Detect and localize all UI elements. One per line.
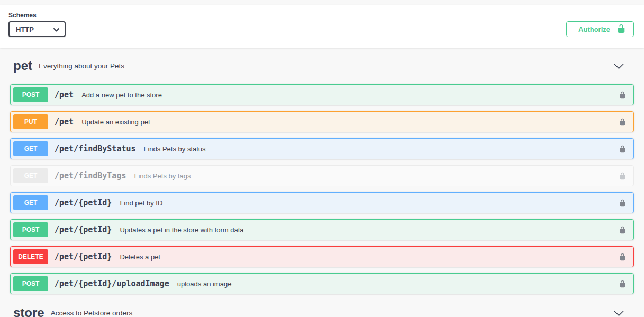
section-header[interactable]: store Access to Petstore orders [10, 300, 634, 317]
section-header[interactable]: pet Everything about your Pets [10, 53, 634, 78]
auth-lock-button[interactable] [619, 90, 627, 99]
schemes-label: Schemes [8, 12, 66, 19]
operation-path: /pet/findByStatus [55, 144, 136, 153]
opblock-tag-section: store Access to Petstore orders [10, 300, 634, 317]
schemes-selected-value: HTTP [16, 25, 34, 33]
operation-description: Updates a pet in the store with form dat… [120, 226, 243, 234]
method-badge: GET [13, 168, 48, 183]
operation-path: /pet/{petId} [55, 198, 112, 207]
unlock-icon [619, 120, 627, 128]
auth-lock-button[interactable] [619, 225, 627, 234]
method-badge: PUT [13, 114, 48, 129]
chevron-down-icon [613, 312, 624, 317]
method-badge: POST [13, 276, 48, 291]
unlock-icon [619, 282, 627, 290]
authorize-button-label: Authorize [578, 25, 610, 33]
auth-lock-button[interactable] [619, 279, 627, 288]
section-description: Access to Petstore orders [51, 309, 133, 317]
auth-lock-button[interactable] [619, 198, 627, 207]
operation-description: Update an existing pet [81, 118, 150, 126]
scheme-container: Schemes HTTP Authorize [0, 5, 644, 48]
unlock-icon [619, 228, 627, 236]
method-badge: DELETE [13, 249, 48, 264]
section-title: store [13, 305, 44, 317]
opblock-tag-section: pet Everything about your Pets POST /pet… [10, 53, 634, 294]
unlock-icon [616, 24, 626, 35]
operation-row[interactable]: POST /pet/{petId}/uploadImage uploads an… [10, 273, 634, 294]
operation-description: Find pet by ID [120, 199, 162, 207]
method-badge: GET [13, 141, 48, 156]
operation-path: /pet/{petId} [55, 225, 112, 234]
info-section-divider [0, 0, 644, 5]
method-badge: GET [13, 195, 48, 210]
section-title: pet [13, 58, 32, 73]
operation-description: Finds Pets by tags [134, 172, 191, 180]
operation-path: /pet/findByTags [55, 171, 126, 180]
operation-row[interactable]: GET /pet/findByTags Finds Pets by tags [10, 165, 634, 186]
operation-description: Deletes a pet [120, 253, 160, 261]
section-expand-button[interactable] [613, 307, 624, 317]
operation-path: /pet [55, 117, 74, 126]
operation-row[interactable]: POST /pet/{petId} Updates a pet in the s… [10, 219, 634, 240]
operations-container: pet Everything about your Pets POST /pet… [0, 53, 644, 317]
chevron-down-icon [53, 25, 59, 33]
unlock-icon [619, 93, 627, 101]
auth-lock-button[interactable] [619, 171, 627, 180]
schemes-block: Schemes HTTP [8, 12, 66, 37]
operation-row[interactable]: DELETE /pet/{petId} Deletes a pet [10, 246, 634, 267]
unlock-icon [619, 255, 627, 263]
unlock-icon [619, 201, 627, 209]
auth-lock-button[interactable] [619, 117, 627, 126]
operation-row[interactable]: PUT /pet Update an existing pet [10, 111, 634, 132]
auth-lock-button[interactable] [619, 252, 627, 261]
method-badge: POST [13, 222, 48, 237]
unlock-icon [619, 147, 627, 155]
method-badge: POST [13, 87, 48, 102]
operation-path: /pet [55, 90, 74, 99]
chevron-down-icon [613, 65, 624, 73]
operation-row[interactable]: GET /pet/{petId} Find pet by ID [10, 192, 634, 213]
schemes-select[interactable]: HTTP [8, 21, 66, 37]
operation-list: POST /pet Add a new pet to the store PUT… [10, 84, 634, 294]
auth-lock-button[interactable] [619, 144, 627, 153]
operation-path: /pet/{petId} [55, 252, 112, 261]
operation-row[interactable]: POST /pet Add a new pet to the store [10, 84, 634, 105]
operation-row[interactable]: GET /pet/findByStatus Finds Pets by stat… [10, 138, 634, 159]
authorize-button[interactable]: Authorize [566, 21, 634, 37]
section-description: Everything about your Pets [39, 62, 124, 70]
operation-description: uploads an image [177, 280, 232, 288]
unlock-icon [619, 174, 627, 182]
operation-description: Finds Pets by status [144, 145, 206, 153]
operation-description: Add a new pet to the store [81, 91, 162, 99]
section-expand-button[interactable] [613, 60, 624, 71]
operation-path: /pet/{petId}/uploadImage [55, 279, 169, 288]
